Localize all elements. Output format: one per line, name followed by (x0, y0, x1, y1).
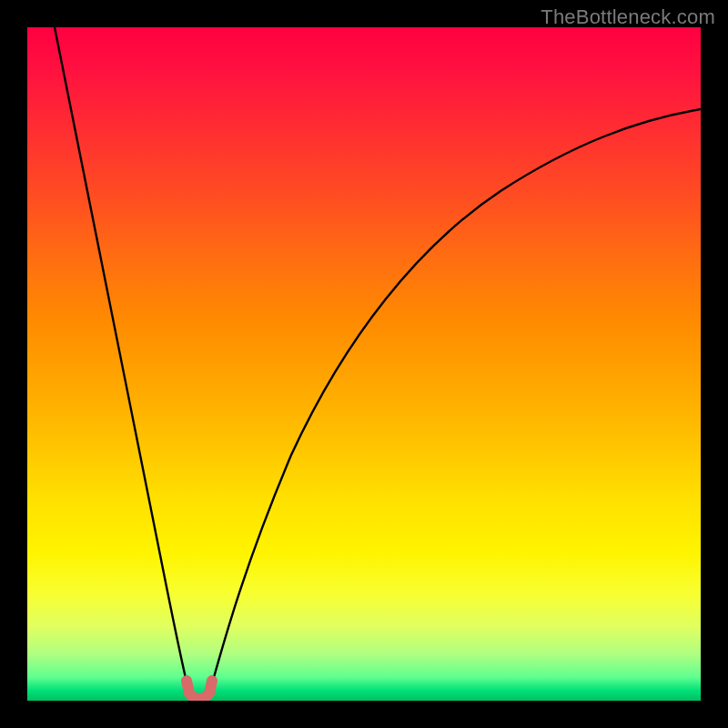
curve-right-branch (209, 109, 701, 693)
chart-frame: TheBottleneck.com (0, 0, 728, 728)
optimal-marker (187, 681, 212, 699)
bottleneck-curve (27, 27, 701, 701)
watermark-text: TheBottleneck.com (541, 5, 715, 29)
plot-area (27, 27, 701, 701)
curve-left-branch (55, 27, 189, 693)
